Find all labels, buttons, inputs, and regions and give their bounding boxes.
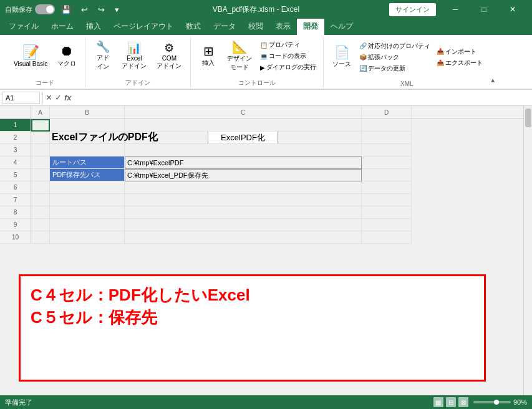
cell-a6[interactable] <box>31 181 50 194</box>
excel-addin-button[interactable]: 📊 Excelアドイン <box>118 37 150 75</box>
zoom-slider[interactable] <box>473 401 511 403</box>
cancel-icon[interactable]: ✕ <box>46 93 52 102</box>
cell-a3[interactable] <box>31 144 50 156</box>
row-header-5[interactable]: 5 <box>0 169 31 181</box>
cell-c10[interactable] <box>125 231 362 244</box>
tab-review[interactable]: 校閲 <box>242 19 269 35</box>
cell-a2[interactable] <box>31 132 50 144</box>
cell-b5[interactable]: PDF保存先パス <box>50 169 125 181</box>
scrollbar-thumb[interactable] <box>525 108 531 127</box>
ribbon-collapse-button[interactable]: ▲ <box>490 37 498 87</box>
cell-c4[interactable]: C:¥tmp¥ExcelPDF <box>125 156 362 169</box>
cell-d5[interactable] <box>362 169 412 181</box>
cell-b8[interactable] <box>50 206 125 219</box>
cell-b10[interactable] <box>50 231 125 244</box>
cell-a5[interactable] <box>31 169 50 181</box>
data-update-button[interactable]: 🔄 データの更新 <box>357 64 432 74</box>
cell-c8[interactable] <box>125 206 362 219</box>
confirm-icon[interactable]: ✓ <box>55 93 62 102</box>
cell-a4[interactable] <box>31 156 50 169</box>
col-header-b[interactable]: B <box>50 106 125 118</box>
row-header-8[interactable]: 8 <box>0 206 31 219</box>
row-header-3[interactable]: 3 <box>0 144 31 156</box>
visual-basic-button[interactable]: 📝 Visual Basic <box>10 37 51 75</box>
map-props-button[interactable]: 🔗 対応付けのプロパティ <box>357 41 432 51</box>
cell-reference-box[interactable]: A1 <box>2 92 40 104</box>
redo-button[interactable]: ↪ <box>94 4 109 16</box>
dialog-run-button[interactable]: ▶ ダイアログの実行 <box>258 62 318 72</box>
cell-a9[interactable] <box>31 219 50 231</box>
excel-pdf-button[interactable]: ExcelPDF化 <box>208 132 278 144</box>
page-layout-icon[interactable]: ⊟ <box>446 397 456 407</box>
col-header-c[interactable]: C <box>125 106 362 118</box>
insert-control-button[interactable]: ⊞ 挿入 <box>196 37 221 75</box>
cell-a8[interactable] <box>31 206 50 219</box>
formula-icon[interactable]: fx <box>64 93 72 102</box>
cell-b2[interactable]: ExcelファイルのPDF化 <box>50 132 125 144</box>
cell-c9[interactable] <box>125 219 362 231</box>
export-button[interactable]: 📤 エクスポート <box>435 58 485 68</box>
quick-access-more[interactable]: ▾ <box>111 4 123 16</box>
cell-d4[interactable] <box>362 156 412 169</box>
cell-d2[interactable] <box>362 132 412 144</box>
cell-b3[interactable] <box>50 144 125 156</box>
tab-file[interactable]: ファイル <box>2 19 45 35</box>
col-header-a[interactable]: A <box>31 106 50 118</box>
cell-d10[interactable] <box>362 231 412 244</box>
com-addin-button[interactable]: ⚙ COMアドイン <box>153 37 185 75</box>
row-header-7[interactable]: 7 <box>0 194 31 206</box>
cell-d9[interactable] <box>362 219 412 231</box>
page-break-icon[interactable]: ⊠ <box>458 397 468 407</box>
cell-d6[interactable] <box>362 181 412 194</box>
tab-developer[interactable]: 開発 <box>297 19 324 35</box>
cell-b1[interactable] <box>50 119 125 132</box>
source-button[interactable]: 📄 ソース <box>329 39 355 76</box>
vertical-scrollbar[interactable] <box>523 106 532 395</box>
tab-home[interactable]: ホーム <box>45 19 80 35</box>
signin-button[interactable]: サインイン <box>389 3 436 16</box>
cell-c2[interactable]: ExcelPDF化 <box>125 132 362 144</box>
cell-a1[interactable] <box>31 119 50 132</box>
save-button[interactable]: 💾 <box>57 4 75 16</box>
cell-c6[interactable] <box>125 181 362 194</box>
cell-b4[interactable]: ルートパス <box>50 156 125 169</box>
cell-b7[interactable] <box>50 194 125 206</box>
autosave-toggle[interactable] <box>35 4 55 14</box>
undo-button[interactable]: ↩ <box>77 4 92 16</box>
normal-view-icon[interactable]: ▦ <box>433 397 443 407</box>
formula-input[interactable] <box>74 92 530 104</box>
minimize-button[interactable]: ─ <box>441 0 470 19</box>
cell-a7[interactable] <box>31 194 50 206</box>
tab-help[interactable]: ヘルプ <box>324 19 359 35</box>
cell-d1[interactable] <box>362 119 412 132</box>
design-mode-button[interactable]: 📐 デザインモード <box>223 37 256 75</box>
cell-d7[interactable] <box>362 194 412 206</box>
macro-button[interactable]: ⏺ マクロ <box>54 37 80 75</box>
cell-c5[interactable]: C:¥tmp¥Excel_PDF保存先 <box>125 169 362 181</box>
tab-insert[interactable]: 挿入 <box>80 19 107 35</box>
cell-c7[interactable] <box>125 194 362 206</box>
cell-d3[interactable] <box>362 144 412 156</box>
adin-button[interactable]: 🔧 アドイン <box>90 37 115 75</box>
cell-c1[interactable] <box>125 119 362 132</box>
maximize-button[interactable]: □ <box>470 0 498 19</box>
row-header-4[interactable]: 4 <box>0 156 31 169</box>
cell-a10[interactable] <box>31 231 50 244</box>
code-view-button[interactable]: 💻 コードの表示 <box>258 51 318 61</box>
tab-view[interactable]: 表示 <box>269 19 297 35</box>
row-header-10[interactable]: 10 <box>0 231 31 244</box>
import-button[interactable]: 📥 インポート <box>435 47 485 57</box>
row-header-2[interactable]: 2 <box>0 132 31 144</box>
cell-c3[interactable] <box>125 144 362 156</box>
cell-d8[interactable] <box>362 206 412 219</box>
expand-pack-button[interactable]: 📦 拡張パック <box>357 52 432 62</box>
row-header-9[interactable]: 9 <box>0 219 31 231</box>
cell-b9[interactable] <box>50 219 125 231</box>
col-header-d[interactable]: D <box>362 106 412 118</box>
cell-b6[interactable] <box>50 181 125 194</box>
tab-formulas[interactable]: 数式 <box>180 19 207 35</box>
row-header-1[interactable]: 1 <box>0 119 31 132</box>
tab-data[interactable]: データ <box>207 19 242 35</box>
properties-button[interactable]: 📋 プロパティ <box>258 40 318 50</box>
row-header-6[interactable]: 6 <box>0 181 31 194</box>
